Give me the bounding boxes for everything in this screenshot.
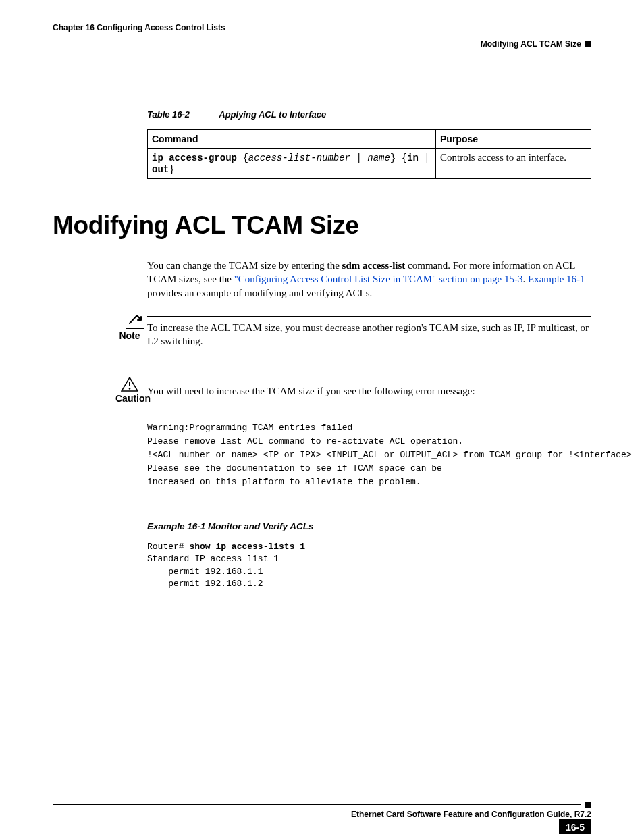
table-caption: Table 16-2 Applying ACL to Interface (147, 109, 591, 120)
td-purpose: Controls access to an interface. (436, 149, 591, 179)
th-command: Command (148, 130, 436, 149)
td-command: ip access-group {access-list-number | na… (148, 149, 436, 179)
th-purpose: Purpose (436, 130, 591, 149)
note-label: Note (115, 330, 144, 341)
table-title: Applying ACL to Interface (219, 109, 326, 120)
example-code: Router# show ip access-lists 1 Standard … (147, 541, 591, 590)
page-footer: Ethernet Card Software Feature and Confi… (53, 802, 591, 819)
caution-label: Caution (115, 393, 144, 404)
footer-marker-icon (585, 802, 591, 808)
intro-paragraph: You can change the TCAM size by entering… (147, 259, 591, 300)
page-number: 16-5 (559, 819, 591, 834)
note-icon: Note (115, 313, 144, 341)
page-title: Modifying ACL TCAM Size (53, 211, 591, 240)
header-marker-icon (585, 41, 591, 47)
chapter-header: Chapter 16 Configuring Access Control Li… (53, 23, 225, 32)
example-caption: Example 16-1 Monitor and Verify ACLs (147, 521, 591, 531)
caution-icon: Caution (115, 377, 144, 404)
xref-link-example[interactable]: Example 16-1 (528, 273, 585, 284)
table-row: ip access-group {access-list-number | na… (148, 149, 591, 179)
acl-table: Command Purpose ip access-group {access-… (147, 129, 591, 179)
note-text: To increase the ACL TCAM size, you must … (147, 316, 591, 356)
caution-text: You will need to increase the TCAM size … (147, 380, 591, 400)
warning-output: Warning:Programming TCAM entries failed … (147, 421, 591, 490)
svg-point-1 (129, 388, 131, 390)
section-header: Modifying ACL TCAM Size (481, 39, 581, 49)
table-number: Table 16-2 (147, 109, 190, 120)
footer-title: Ethernet Card Software Feature and Confi… (53, 810, 591, 819)
xref-link-config-acl[interactable]: "Configuring Access Control List Size in… (234, 273, 523, 284)
